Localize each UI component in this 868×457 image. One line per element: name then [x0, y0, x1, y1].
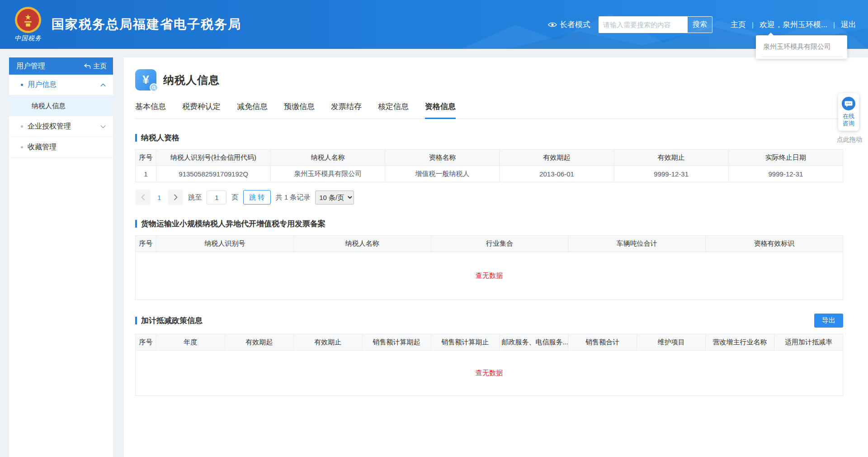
nav-logout-link[interactable]: 退出 [841, 19, 856, 30]
table-cell: 9999-12-31 [728, 166, 843, 182]
drag-handle-hint[interactable]: 点此拖动 [837, 136, 862, 144]
main-content: ¥ 纳税人信息 基本信息税费种认定减免信息预缴信息发票结存核定信息资格信息 纳税… [124, 57, 868, 457]
empty-message: 查无数据 [135, 252, 843, 300]
sidebar-item-favorites[interactable]: 收藏管理 [9, 137, 113, 158]
search-input[interactable] [599, 16, 687, 33]
back-arrow-icon [84, 63, 91, 69]
page-size-select[interactable]: 10 条/页 [315, 190, 354, 205]
tab-5[interactable]: 发票结存 [331, 101, 362, 119]
column-header: 销售额合计 [568, 334, 637, 351]
app-header: 中国税务 国家税务总局福建省电子税务局 长者模式 搜索 主页 | 欢迎，泉州玉环… [0, 0, 868, 49]
yuan-icon: ¥ [142, 73, 149, 87]
column-header: 资格名称 [385, 150, 500, 166]
column-header: 有效期止 [293, 334, 362, 351]
section2-title-row: 货物运输业小规模纳税人异地代开增值税专用发票备案 [135, 219, 843, 229]
page-unit-label: 页 [231, 193, 238, 202]
top-nav: 主页 | 欢迎，泉州玉环模... | 退出 [731, 19, 856, 30]
online-consult-widget[interactable]: 在线咨询 [838, 93, 859, 131]
chevron-right-icon [174, 194, 178, 200]
logo-script-text: 中国税务 [14, 34, 42, 43]
column-header: 维护项目 [637, 334, 706, 351]
elder-mode-label: 长者模式 [560, 19, 590, 30]
bullet-icon [21, 84, 23, 86]
next-page-button[interactable] [168, 190, 183, 205]
column-header: 有效期起 [500, 150, 614, 166]
tab-2[interactable]: 税费种认定 [182, 101, 221, 119]
column-header: 有效期止 [614, 150, 728, 166]
tab-3[interactable]: 减免信息 [237, 101, 268, 119]
company-dropdown-item[interactable]: 泉州玉环模具有限公司 [761, 38, 842, 57]
sidebar-item-label: 收藏管理 [28, 143, 57, 152]
column-header: 纳税人名称 [271, 150, 385, 166]
section2-title: 货物运输业小规模纳税人异地代开增值税专用发票备案 [135, 219, 326, 229]
sidebar-item-user-info[interactable]: 用户信息 [9, 75, 113, 95]
nav-divider: | [833, 21, 835, 29]
search-button[interactable]: 搜索 [687, 16, 712, 33]
chevron-left-icon [141, 194, 145, 200]
total-records-label: 共 1 条记录 [276, 193, 311, 202]
sidebar-title: 用户管理 [16, 62, 45, 71]
bullet-icon [21, 125, 23, 128]
table-cell: 2013-06-01 [500, 166, 614, 182]
column-header: 营改增主行业名称 [706, 334, 774, 351]
nav-home-link[interactable]: 主页 [731, 19, 746, 30]
eye-icon [548, 22, 557, 28]
column-header: 纳税人名称 [293, 236, 431, 252]
emblem-icon [14, 6, 42, 33]
sidebar-item-label: 企业授权管理 [28, 122, 71, 131]
section2-table: 序号纳税人识别号纳税人名称行业集合车辆吨位合计资格有效标识查无数据 [135, 235, 843, 300]
column-header: 序号 [136, 334, 156, 351]
tab-1[interactable]: 基本信息 [135, 101, 166, 119]
current-page-number[interactable]: 1 [156, 194, 163, 201]
export-button[interactable]: 导出 [814, 314, 843, 328]
tabs: 基本信息税费种认定减免信息预缴信息发票结存核定信息资格信息 [135, 101, 843, 119]
section1-grid: 序号纳税人识别号(社会信用代码)纳税人名称资格名称有效期起有效期止实际终止日期1… [135, 149, 843, 182]
nav-divider: | [752, 21, 754, 29]
page-root: { "colors": { "accent": "#2b7fd8", "link… [0, 0, 868, 457]
sidebar-subitem-label: 纳税人信息 [32, 102, 66, 110]
page-jump-input[interactable] [207, 190, 226, 205]
chevron-up-icon [100, 83, 106, 87]
page-jump-button[interactable]: 跳 转 [243, 190, 270, 205]
sidebar-home-button[interactable]: 主页 [84, 62, 107, 71]
table-cell: 增值税一般纳税人 [385, 166, 500, 182]
section2-grid: 序号纳税人识别号纳税人名称行业集合车辆吨位合计资格有效标识 [135, 235, 843, 252]
tab-4[interactable]: 预缴信息 [284, 101, 315, 119]
page-head: ¥ 纳税人信息 [135, 69, 843, 90]
nav-welcome-link[interactable]: 欢迎，泉州玉环模... [760, 19, 827, 30]
chevron-down-icon [100, 125, 106, 129]
section3-grid: 序号年度有效期起有效期止销售额计算期起销售额计算期止邮政服务、电信服务...销售… [135, 334, 843, 351]
sidebar-item-enterprise-auth[interactable]: 企业授权管理 [9, 116, 113, 137]
sidebar-item-taxpayer-info[interactable]: 纳税人信息 [9, 95, 113, 116]
elder-mode-toggle[interactable]: 长者模式 [548, 19, 590, 30]
column-header: 车辆吨位合计 [568, 236, 706, 252]
company-dropdown: 泉州玉环模具有限公司 [756, 35, 847, 59]
column-header: 资格有效标识 [706, 236, 843, 252]
header-right: 长者模式 搜索 主页 | 欢迎，泉州玉环模... | 退出 [548, 16, 856, 33]
table-cell: 泉州玉环模具有限公司 [271, 166, 385, 182]
empty-message: 查无数据 [135, 351, 843, 396]
page-title: 纳税人信息 [163, 73, 220, 87]
column-header: 适用加计抵减率 [774, 334, 843, 351]
sidebar-item-label: 用户信息 [28, 80, 57, 90]
column-header: 销售额计算期起 [362, 334, 431, 351]
section3-title: 加计抵减政策信息 [135, 315, 203, 326]
tab-6[interactable]: 核定信息 [378, 101, 409, 119]
table-cell: 9999-12-31 [614, 166, 728, 182]
column-header: 实际终止日期 [728, 150, 843, 166]
national-emblem-logo: 中国税务 [10, 6, 46, 43]
section3-table: 序号年度有效期起有效期止销售额计算期起销售额计算期止邮政服务、电信服务...销售… [135, 334, 843, 396]
table-cell: 1 [136, 166, 156, 182]
table-cell: 91350582591709192Q [156, 166, 271, 182]
prev-page-button[interactable] [135, 190, 151, 205]
pagination: 1 跳至 页 跳 转 共 1 条记录 10 条/页 [135, 190, 843, 205]
table-row: 191350582591709192Q泉州玉环模具有限公司增值税一般纳税人201… [136, 166, 843, 182]
column-header: 纳税人识别号(社会信用代码) [156, 150, 271, 166]
page-body: 用户管理 主页 用户信息 纳税人信息 企业授权管理 [9, 57, 868, 457]
sidebar-header: 用户管理 主页 [9, 57, 113, 75]
site-title: 国家税务总局福建省电子税务局 [52, 16, 241, 33]
tab-7[interactable]: 资格信息 [425, 101, 456, 119]
sidebar: 用户管理 主页 用户信息 纳税人信息 企业授权管理 [9, 57, 113, 457]
column-header: 序号 [136, 150, 156, 166]
chat-icon [841, 96, 856, 111]
